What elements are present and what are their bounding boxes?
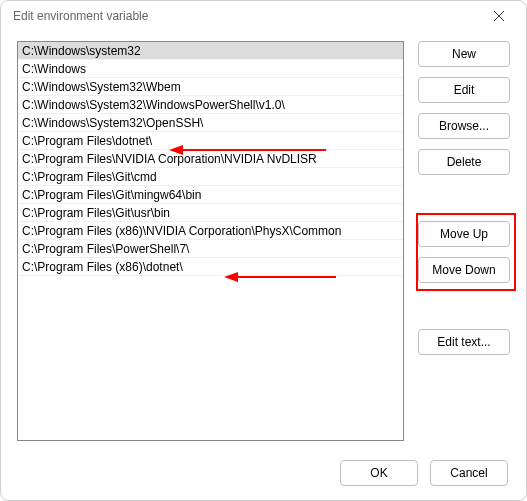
edit-button[interactable]: Edit xyxy=(418,77,510,103)
new-button[interactable]: New xyxy=(418,41,510,67)
list-item[interactable]: C:\Windows\system32 xyxy=(18,42,403,60)
footer: OK Cancel xyxy=(1,446,526,500)
browse-button[interactable]: Browse... xyxy=(418,113,510,139)
ok-button[interactable]: OK xyxy=(340,460,418,486)
list-item[interactable]: C:\Program Files\PowerShell\7\ xyxy=(18,240,403,258)
close-button[interactable] xyxy=(484,1,514,31)
edittext-button[interactable]: Edit text... xyxy=(418,329,510,355)
movedown-button[interactable]: Move Down xyxy=(418,257,510,283)
titlebar: Edit environment variable xyxy=(1,1,526,31)
spacer xyxy=(418,185,510,211)
list-item[interactable]: C:\Windows xyxy=(18,60,403,78)
list-item[interactable]: C:\Windows\System32\Wbem xyxy=(18,78,403,96)
delete-button[interactable]: Delete xyxy=(418,149,510,175)
window-title: Edit environment variable xyxy=(13,9,148,23)
list-item[interactable]: C:\Program Files\dotnet\ xyxy=(18,132,403,150)
list-item[interactable]: C:\Program Files\NVIDIA Corporation\NVID… xyxy=(18,150,403,168)
moveup-button[interactable]: Move Up xyxy=(418,221,510,247)
list-item[interactable]: C:\Program Files\Git\usr\bin xyxy=(18,204,403,222)
dialog-window: Edit environment variable C:\Windows\sys… xyxy=(0,0,527,501)
content-area: C:\Windows\system32C:\WindowsC:\Windows\… xyxy=(1,31,526,446)
list-item[interactable]: C:\Program Files\Git\cmd xyxy=(18,168,403,186)
list-item[interactable]: C:\Program Files (x86)\NVIDIA Corporatio… xyxy=(18,222,403,240)
list-item[interactable]: C:\Windows\System32\OpenSSH\ xyxy=(18,114,403,132)
path-listbox[interactable]: C:\Windows\system32C:\WindowsC:\Windows\… xyxy=(17,41,404,441)
close-icon xyxy=(494,11,504,21)
list-item[interactable]: C:\Program Files\Git\mingw64\bin xyxy=(18,186,403,204)
button-column: New Edit Browse... Delete Move Up Move D… xyxy=(418,41,510,446)
spacer xyxy=(418,293,510,319)
list-item[interactable]: C:\Windows\System32\WindowsPowerShell\v1… xyxy=(18,96,403,114)
cancel-button[interactable]: Cancel xyxy=(430,460,508,486)
list-item[interactable]: C:\Program Files (x86)\dotnet\ xyxy=(18,258,403,276)
